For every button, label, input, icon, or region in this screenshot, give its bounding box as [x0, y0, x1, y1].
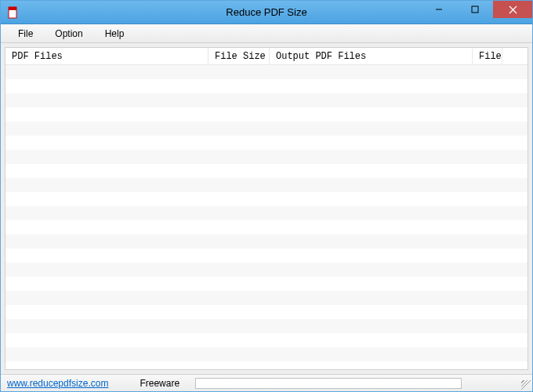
minimize-button[interactable]	[421, 1, 457, 18]
table-row	[5, 150, 528, 164]
menu-file[interactable]: File	[7, 24, 44, 42]
license-label: Freeware	[140, 378, 179, 389]
table-row	[5, 347, 528, 361]
table-row	[5, 79, 528, 93]
table-row	[5, 206, 528, 220]
table-row	[5, 93, 528, 107]
window-controls	[421, 1, 532, 18]
file-table[interactable]: PDF Files File Size Output PDF Files Fil…	[5, 47, 528, 370]
table-row	[5, 291, 528, 305]
table-row	[5, 361, 528, 369]
table-body[interactable]	[5, 65, 528, 369]
window-title: Reduce PDF Size	[226, 6, 306, 18]
table-row	[5, 65, 528, 79]
maximize-button[interactable]	[457, 1, 493, 18]
table-row	[5, 263, 528, 277]
table-row	[5, 249, 528, 263]
table-row	[5, 277, 528, 291]
table-row	[5, 333, 528, 347]
table-row	[5, 220, 528, 234]
table-row	[5, 164, 528, 178]
table-row	[5, 136, 528, 150]
column-output-pdf-files[interactable]: Output PDF Files	[270, 48, 473, 64]
close-button[interactable]	[493, 1, 532, 18]
table-row	[5, 122, 528, 136]
content-area: PDF Files File Size Output PDF Files Fil…	[1, 43, 532, 374]
resize-grip-icon[interactable]	[520, 379, 531, 390]
svg-rect-3	[472, 6, 478, 13]
svg-rect-1	[9, 7, 16, 10]
app-icon	[7, 6, 20, 19]
column-pdf-files[interactable]: PDF Files	[5, 48, 208, 64]
statusbar: www.reducepdfsize.com Freeware	[1, 374, 532, 391]
column-file-size[interactable]: File Size	[208, 48, 270, 64]
titlebar[interactable]: Reduce PDF Size	[1, 1, 532, 24]
table-row	[5, 107, 528, 122]
application-window: Reduce PDF Size File Option Help PDF Fil…	[0, 0, 533, 392]
table-row	[5, 234, 528, 249]
menu-option[interactable]: Option	[44, 24, 93, 42]
table-row	[5, 305, 528, 319]
table-row	[5, 178, 528, 192]
menubar: File Option Help	[1, 24, 532, 43]
progress-bar	[195, 378, 462, 389]
website-link[interactable]: www.reducepdfsize.com	[7, 378, 108, 389]
table-row	[5, 192, 528, 206]
table-row	[5, 319, 528, 333]
column-output-file-size[interactable]: File Size	[473, 48, 502, 64]
table-header: PDF Files File Size Output PDF Files Fil…	[5, 48, 528, 65]
menu-help[interactable]: Help	[94, 24, 136, 42]
column-empty[interactable]	[502, 48, 528, 64]
